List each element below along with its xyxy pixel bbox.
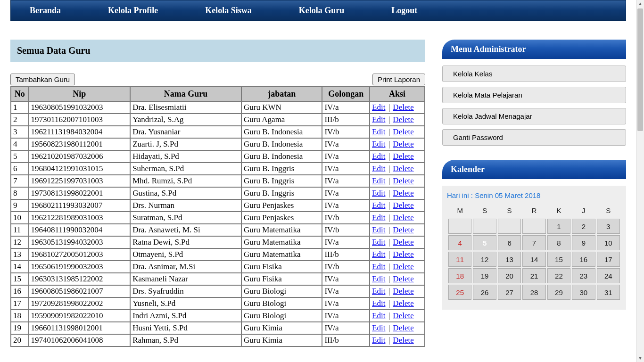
calendar-day[interactable]: 9 xyxy=(572,235,595,250)
calendar-day[interactable]: 21 xyxy=(522,268,545,283)
calendar-day[interactable]: 14 xyxy=(522,252,545,267)
delete-link[interactable]: Delete xyxy=(393,152,413,161)
menu-item-3[interactable]: Ganti Password xyxy=(442,129,626,146)
edit-link[interactable]: Edit xyxy=(372,323,385,332)
add-guru-button[interactable]: Tambahkan Guru xyxy=(10,74,75,85)
calendar-day[interactable]: 23 xyxy=(572,268,595,283)
nav-beranda[interactable]: Beranda xyxy=(30,6,61,16)
table-cell: IV/b xyxy=(322,212,370,224)
table-cell: 196211131984032004 xyxy=(29,126,131,138)
delete-link[interactable]: Delete xyxy=(393,311,413,320)
edit-link[interactable]: Edit xyxy=(372,225,385,234)
calendar-day[interactable]: 13 xyxy=(498,252,521,267)
delete-link[interactable]: Delete xyxy=(393,201,413,210)
calendar-day[interactable]: 12 xyxy=(473,252,496,267)
edit-link[interactable]: Edit xyxy=(372,336,385,345)
scroll-up-arrow[interactable]: ▲ xyxy=(636,0,644,8)
calendar-day[interactable]: 24 xyxy=(597,268,620,283)
calendar-day[interactable]: 25 xyxy=(448,285,471,300)
table-cell: 1 xyxy=(11,101,29,114)
delete-link[interactable]: Delete xyxy=(393,115,413,124)
calendar-day[interactable]: 11 xyxy=(448,252,471,267)
edit-link[interactable]: Edit xyxy=(372,140,385,148)
calendar-day[interactable]: 8 xyxy=(547,235,570,250)
table-row: 18195909091982022010Indri Azmi, S.PdGuru… xyxy=(11,310,425,322)
delete-link[interactable]: Delete xyxy=(393,127,413,136)
aksi-cell: Edit | Delete xyxy=(370,261,425,273)
calendar-day[interactable]: 17 xyxy=(597,252,620,267)
edit-link[interactable]: Edit xyxy=(372,164,385,173)
delete-link[interactable]: Delete xyxy=(393,140,413,148)
menu-item-1[interactable]: Kelola Mata Pelajaran xyxy=(442,87,626,103)
edit-link[interactable]: Edit xyxy=(372,311,385,320)
aksi-cell: Edit | Delete xyxy=(370,114,425,126)
calendar-day[interactable]: 22 xyxy=(547,268,570,283)
delete-link[interactable]: Delete xyxy=(393,262,413,271)
delete-link[interactable]: Delete xyxy=(393,164,413,173)
edit-link[interactable]: Edit xyxy=(372,250,385,259)
calendar-day[interactable]: 6 xyxy=(498,235,521,250)
calendar-day[interactable]: 27 xyxy=(498,285,521,300)
edit-link[interactable]: Edit xyxy=(372,262,385,271)
nav-kelola-profile[interactable]: Kelola Profile xyxy=(108,6,158,16)
calendar-day[interactable]: 3 xyxy=(597,219,620,234)
calendar-day[interactable]: 30 xyxy=(572,285,595,300)
edit-link[interactable]: Edit xyxy=(372,213,385,222)
delete-link[interactable]: Delete xyxy=(393,299,413,308)
edit-link[interactable]: Edit xyxy=(372,127,385,136)
aksi-cell: Edit | Delete xyxy=(370,199,425,212)
delete-link[interactable]: Delete xyxy=(393,189,413,197)
table-cell: Guru Fisika xyxy=(241,273,322,285)
calendar-day[interactable]: 4 xyxy=(448,235,471,250)
calendar-day[interactable]: 29 xyxy=(547,285,570,300)
delete-link[interactable]: Delete xyxy=(393,336,413,345)
edit-link[interactable]: Edit xyxy=(372,287,385,296)
calendar-day[interactable]: 7 xyxy=(522,235,545,250)
print-laporan-button[interactable]: Print Laporan xyxy=(372,74,425,85)
delete-link[interactable]: Delete xyxy=(393,225,413,234)
edit-link[interactable]: Edit xyxy=(372,152,385,161)
calendar-day[interactable]: 19 xyxy=(473,268,496,283)
delete-link[interactable]: Delete xyxy=(393,176,413,185)
delete-link[interactable]: Delete xyxy=(393,274,413,283)
calendar-day[interactable]: 15 xyxy=(547,252,570,267)
scroll-thumb[interactable] xyxy=(637,8,643,131)
nav-kelola-guru[interactable]: Kelola Guru xyxy=(299,6,345,16)
table-cell: 2 xyxy=(11,114,29,126)
edit-link[interactable]: Edit xyxy=(372,274,385,283)
table-row: 16196008051986021007Drs. SyafruddinGuru … xyxy=(11,285,425,297)
delete-link[interactable]: Delete xyxy=(393,238,413,247)
edit-link[interactable]: Edit xyxy=(372,238,385,247)
calendar-day[interactable]: 31 xyxy=(597,285,620,300)
calendar-day[interactable]: 18 xyxy=(448,268,471,283)
edit-link[interactable]: Edit xyxy=(372,176,385,185)
calendar-day[interactable]: 28 xyxy=(522,285,545,300)
delete-link[interactable]: Delete xyxy=(393,287,413,296)
edit-link[interactable]: Edit xyxy=(372,299,385,308)
calendar-day[interactable]: 16 xyxy=(572,252,595,267)
menu-item-2[interactable]: Kelola Jadwal Menagajar xyxy=(442,108,626,124)
edit-link[interactable]: Edit xyxy=(372,115,385,124)
edit-link[interactable]: Edit xyxy=(372,103,385,112)
delete-link[interactable]: Delete xyxy=(393,213,413,222)
table-cell: IV/a xyxy=(322,322,370,334)
delete-link[interactable]: Delete xyxy=(393,250,413,259)
calendar-day[interactable]: 26 xyxy=(473,285,496,300)
menu-item-0[interactable]: Kelola Kelas xyxy=(442,66,626,82)
edit-link[interactable]: Edit xyxy=(372,189,385,197)
table-cell: Guru B. Indonesia xyxy=(241,138,322,150)
calendar-day[interactable]: 1 xyxy=(547,219,570,234)
page-scrollbar[interactable]: ▲ ▼ xyxy=(636,0,644,347)
nav-kelola-siswa[interactable]: Kelola Siswa xyxy=(205,6,252,16)
calendar-day[interactable]: 2 xyxy=(572,219,595,234)
edit-link[interactable]: Edit xyxy=(372,201,385,210)
delete-link[interactable]: Delete xyxy=(393,323,413,332)
table-cell: 196212281989031003 xyxy=(29,212,131,224)
delete-link[interactable]: Delete xyxy=(393,103,413,112)
calendar-day[interactable]: 5 xyxy=(473,235,496,250)
calendar-day[interactable]: 20 xyxy=(498,268,521,283)
table-cell: IV/a xyxy=(322,310,370,322)
nav-logout[interactable]: Logout xyxy=(391,6,417,16)
calendar-day[interactable]: 10 xyxy=(597,235,620,250)
table-cell: Guru Kimia xyxy=(241,322,322,334)
